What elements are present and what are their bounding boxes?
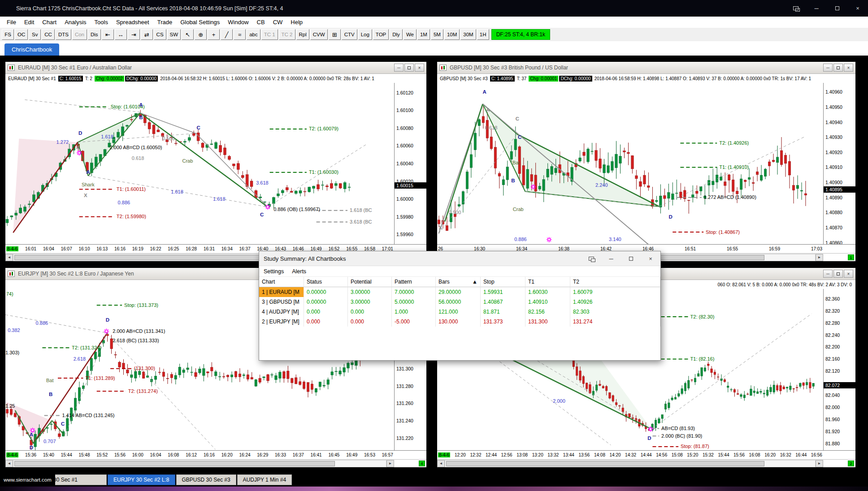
summary-cell-value[interactable]: 1.59931 [481,287,525,297]
scroll-right-arrow[interactable]: ► [386,460,394,467]
dialog-maximize-button[interactable] [621,251,641,266]
toolbar-button-top[interactable]: TOP [373,29,389,40]
cross-tool-icon[interactable]: + [208,29,220,40]
summary-header-t1[interactable]: T1 [525,277,570,287]
menu-edit[interactable]: Edit [20,17,38,28]
summary-cell-value[interactable]: 1.60079 [570,287,660,297]
toolbar-button-dts[interactable]: DTS [56,29,71,40]
chart-minimize-button[interactable]: ─ [823,270,833,278]
summary-cell-value[interactable]: 7.00000 [392,287,436,297]
summary-cell-value[interactable]: -5.000 [392,317,436,327]
toolbar-button-30m[interactable]: 30M [460,29,476,40]
pointer-tool-icon[interactable]: ↖ [182,29,194,40]
toolbar-button-con[interactable]: Con [72,29,87,40]
summary-cell-value[interactable]: 1.40926 [570,297,660,307]
dialog-menu-settings[interactable]: Settings [264,268,284,275]
scale-expand-icon[interactable]: ↔ [115,29,127,40]
chart-restore-button[interactable] [833,270,843,278]
summary-cell-value[interactable]: 29.00000 [436,287,481,297]
summary-row[interactable]: 4 | AUDJPY [M]0.0000.0001.000121.00081.8… [259,307,660,317]
chart-plot[interactable]: Stop: (1.60104)T2: (1.60079)T1: (1.60030… [5,83,394,244]
scroll-left-arrow[interactable]: ◄ [5,460,13,467]
menu-tools[interactable]: Tools [91,17,112,28]
summary-cell-chart[interactable]: 4 | AUDJPY [M] [259,307,304,317]
summary-cell-value[interactable]: 131.300 [525,317,570,327]
crosshair-tool-icon[interactable]: ⊕ [195,29,207,40]
summary-cell-value[interactable]: 82.156 [525,307,570,317]
toolbar-button-tc-1[interactable]: TC 1 [261,29,278,40]
chart-minimize-button[interactable]: ─ [823,64,833,72]
summary-cell-value[interactable]: 3.00000 [348,297,392,307]
dialog-titlebar[interactable]: Study Summary: All Chartbooks ─ × [259,251,660,266]
summary-cell-value[interactable]: 56.00000 [436,297,481,307]
toolbar-button-rpl[interactable]: Rpl [296,29,309,40]
toolbar-button-1m[interactable]: 1M [417,29,430,40]
scrollbar-track[interactable] [13,460,386,467]
minimize-button[interactable]: ─ [806,0,827,17]
summary-row[interactable]: 3 | GBPUSD [M0.000003.000005.0000056.000… [259,297,660,307]
summary-header-t2[interactable]: T2 [570,277,660,287]
toolbar-button-10m[interactable]: 10M [444,29,460,40]
summary-cell-chart[interactable]: 3 | GBPUSD [M [259,297,304,307]
scroll-right-arrow[interactable]: ► [816,460,823,467]
toolbar-button-oc[interactable]: OC [15,29,28,40]
summary-cell-value[interactable]: 1.60030 [525,287,570,297]
summary-cell-value[interactable]: 131.373 [481,317,525,327]
chart-close-button[interactable]: × [415,64,424,72]
menu-file[interactable]: File [3,17,20,28]
menu-trade[interactable]: Trade [153,17,176,28]
scrollbar-track[interactable] [445,460,816,467]
bottom-tab-audjpy-1-min-4[interactable]: AUDJPY 1 Min #4 [237,474,292,485]
scroll-left-arrow[interactable]: ◄ [437,460,445,467]
scale-swap-icon[interactable]: ⇄ [141,29,153,40]
summary-cell-value[interactable]: 1.000 [392,307,436,317]
summary-cell-chart[interactable]: 2 | EURJPY [M] [259,317,304,327]
summary-cell-value[interactable]: 1.40867 [481,297,525,307]
summary-cell-value[interactable]: 0.00000 [304,297,348,307]
toolbar-button-sv[interactable]: Sv [29,29,41,40]
summary-cell-value[interactable]: 0.000 [304,317,348,327]
price-scale[interactable]: 1.409601.409501.409401.409301.409201.409… [823,83,855,244]
toolbar-button-tc-2[interactable]: TC 2 [279,29,295,40]
menu-help[interactable]: Help [286,17,307,28]
menu-cw[interactable]: CW [269,17,287,28]
tray-icon[interactable] [786,0,806,17]
summary-cell-value[interactable]: 82.303 [570,307,660,317]
chart-plot[interactable]: T2: (1.40926)T1: (1.40910)1.272 AB=CD (1… [437,83,823,244]
dialog-tray-icon[interactable] [582,251,601,266]
bottom-tab-eurjpy-30-sec-2-l-8[interactable]: EURJPY 30 Sec #2 L:8 [108,474,175,485]
summary-cell-value[interactable]: 0.00000 [304,287,348,297]
dialog-minimize-button[interactable]: ─ [601,251,621,266]
close-button[interactable]: × [847,0,868,17]
dialog-menu-alerts[interactable]: Alerts [292,268,306,275]
summary-header-potential[interactable]: Potential [348,277,392,287]
summary-cell-value[interactable]: 0.000 [304,307,348,317]
scrollbar-thumb[interactable] [14,461,335,466]
scale-lock-left-icon[interactable]: ⇤ [102,29,114,40]
summary-cell-value[interactable]: 0.000 [348,307,392,317]
summary-row[interactable]: 1 | EURAUD [M0.000003.000007.0000029.000… [259,287,660,297]
maximize-button[interactable] [827,0,847,17]
freehand-tool-icon[interactable]: ≈ [234,29,246,40]
toolbar-button-5m[interactable]: 5M [431,29,443,40]
chart-restore-button[interactable] [404,64,414,72]
summary-cell-chart[interactable]: 1 | EURAUD [M [259,287,304,297]
menu-global-settings[interactable]: Global Settings [176,17,224,28]
summary-cell-value[interactable]: 131.274 [570,317,660,327]
menu-cb[interactable]: CB [253,17,269,28]
tab-chrischartbook[interactable]: ChrisChartbook [4,43,59,56]
scroll-right-arrow[interactable]: ► [816,254,823,261]
summary-cell-value[interactable]: 3.00000 [348,287,392,297]
toolbar-button-cc[interactable]: CC [42,29,55,40]
summary-cell-value[interactable]: 0.000 [348,317,392,327]
bottom-tab-gbpusd-30-sec-3[interactable]: GBPUSD 30 Sec #3 [176,474,236,485]
scrollbar-thumb[interactable] [446,461,764,466]
chart-minimize-button[interactable]: ─ [394,64,404,72]
chart-titlebar[interactable]: EURAUD [M] 30 Sec #1 Euro / Australian D… [5,62,426,74]
summary-cell-value[interactable]: 81.871 [481,307,525,317]
studies-grid-icon[interactable]: ⊞ [329,29,341,40]
summary-header-stop[interactable]: Stop [481,277,525,287]
toolbar-button-dly[interactable]: Dly [390,29,403,40]
summary-cell-value[interactable]: 121.000 [436,307,481,317]
summary-cell-value[interactable]: 5.00000 [392,297,436,307]
